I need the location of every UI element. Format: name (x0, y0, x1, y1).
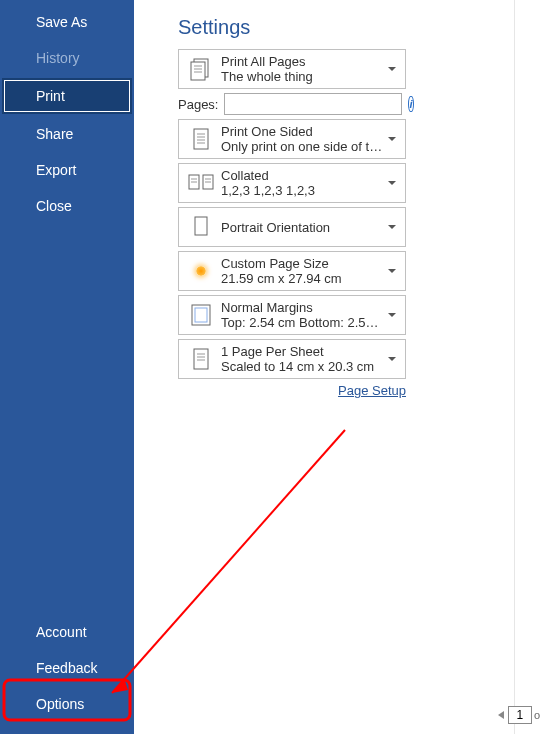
custom-size-icon (185, 266, 217, 276)
sidebar-item-saveas[interactable]: Save As (0, 4, 134, 40)
pages-label: Pages: (178, 97, 218, 112)
info-icon[interactable]: i (408, 96, 413, 112)
sidebar-item-options[interactable]: Options (0, 686, 134, 722)
print-what-dropdown[interactable]: Print All Pages The whole thing (178, 49, 406, 89)
sidebar-item-account[interactable]: Account (0, 614, 134, 650)
chevron-down-icon (385, 137, 399, 141)
backstage-sidebar: Save As History Print Share Export Close… (0, 0, 134, 734)
chevron-down-icon (385, 181, 399, 185)
opt-title: 1 Page Per Sheet (221, 344, 385, 359)
opt-sub: Top: 2.54 cm Bottom: 2.54 c... (221, 315, 385, 330)
portrait-icon (185, 214, 217, 240)
chevron-down-icon (385, 269, 399, 273)
svg-rect-5 (194, 129, 208, 149)
opt-sub: The whole thing (221, 69, 385, 84)
one-per-sheet-icon (185, 346, 217, 372)
pages-input[interactable] (224, 93, 402, 115)
preview-strip: o (514, 0, 544, 734)
chevron-down-icon (385, 225, 399, 229)
svg-marker-23 (498, 711, 504, 719)
opt-sub: Only print on one side of th... (221, 139, 385, 154)
sidebar-item-history[interactable]: History (0, 40, 134, 76)
orientation-dropdown[interactable]: Portrait Orientation (178, 207, 406, 247)
pages-row: Pages: i (178, 93, 406, 115)
margins-dropdown[interactable]: Normal Margins Top: 2.54 cm Bottom: 2.54… (178, 295, 406, 335)
chevron-down-icon (385, 313, 399, 317)
sidebar-item-feedback[interactable]: Feedback (0, 650, 134, 686)
of-label: o (534, 709, 540, 721)
collated-icon (185, 171, 217, 195)
margins-icon (185, 302, 217, 328)
page-navigator: o (496, 706, 540, 724)
settings-heading: Settings (178, 16, 494, 39)
print-settings-panel: Settings Print All Pages The whole thing… (134, 0, 514, 734)
opt-title: Collated (221, 168, 385, 183)
opt-title: Portrait Orientation (221, 220, 385, 235)
single-page-icon (185, 126, 217, 152)
opt-title: Custom Page Size (221, 256, 385, 271)
sidebar-item-share[interactable]: Share (0, 116, 134, 152)
sidebar-item-close[interactable]: Close (0, 188, 134, 224)
opt-sub: 21.59 cm x 27.94 cm (221, 271, 385, 286)
sidebar-item-export[interactable]: Export (0, 152, 134, 188)
sides-dropdown[interactable]: Print One Sided Only print on one side o… (178, 119, 406, 159)
opt-sub: 1,2,3 1,2,3 1,2,3 (221, 183, 385, 198)
opt-title: Normal Margins (221, 300, 385, 315)
opt-sub: Scaled to 14 cm x 20.3 cm (221, 359, 385, 374)
page-size-dropdown[interactable]: Custom Page Size 21.59 cm x 27.94 cm (178, 251, 406, 291)
current-page-input[interactable] (508, 706, 532, 724)
svg-rect-16 (195, 217, 207, 235)
page-setup-row: Page Setup (178, 383, 406, 398)
collation-dropdown[interactable]: Collated 1,2,3 1,2,3 1,2,3 (178, 163, 406, 203)
svg-rect-19 (194, 349, 208, 369)
page-setup-link[interactable]: Page Setup (338, 383, 406, 398)
chevron-down-icon (385, 67, 399, 71)
chevron-down-icon (385, 357, 399, 361)
pages-stack-icon (185, 56, 217, 82)
opt-title: Print One Sided (221, 124, 385, 139)
sidebar-item-print[interactable]: Print (2, 78, 132, 114)
pages-per-sheet-dropdown[interactable]: 1 Page Per Sheet Scaled to 14 cm x 20.3 … (178, 339, 406, 379)
prev-page-icon[interactable] (496, 710, 506, 720)
svg-rect-1 (191, 62, 205, 80)
opt-title: Print All Pages (221, 54, 385, 69)
